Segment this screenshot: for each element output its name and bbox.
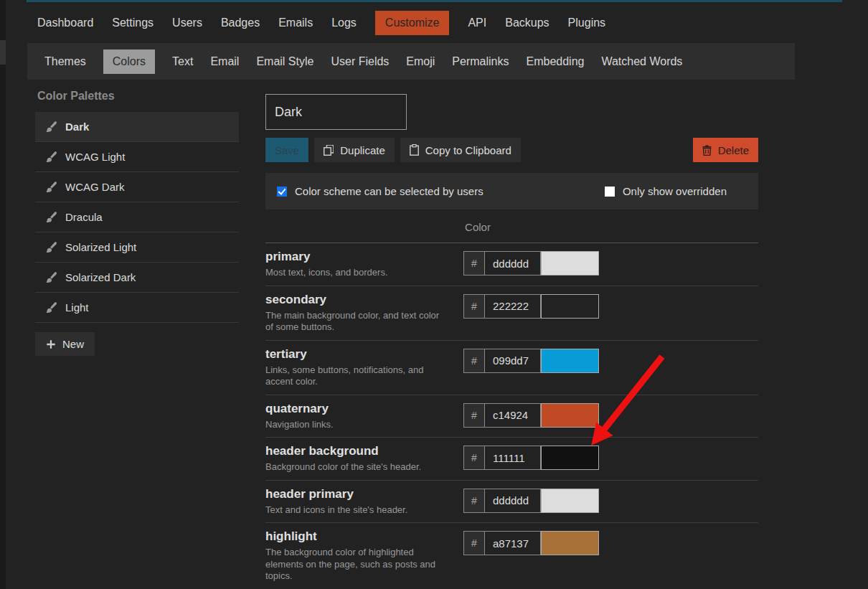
left-scrollbar-thumb[interactable]	[0, 40, 6, 65]
nav-backups[interactable]: Backups	[505, 11, 549, 35]
paintbrush-icon	[46, 212, 57, 223]
nav-plugins[interactable]: Plugins	[568, 11, 605, 35]
hex-prefix: #	[463, 294, 485, 319]
color-swatch-tertiary[interactable]	[541, 349, 599, 373]
tab-user-fields[interactable]: User Fields	[331, 55, 389, 68]
nav-users[interactable]: Users	[172, 11, 202, 35]
palette-item-light[interactable]: Light	[35, 293, 239, 323]
palette-item-wcag-light[interactable]: WCAG Light	[35, 142, 239, 172]
color-swatch-header-background[interactable]	[541, 446, 599, 470]
hex-input-tertiary[interactable]	[485, 349, 541, 373]
hex-prefix: #	[463, 403, 485, 428]
palette-item-dark[interactable]: Dark	[35, 112, 239, 142]
nav-logs[interactable]: Logs	[331, 11, 357, 35]
color-swatch-secondary[interactable]	[541, 294, 599, 319]
new-palette-button[interactable]: New	[35, 332, 95, 356]
palette-item-label: Dracula	[65, 211, 103, 223]
hex-input-quaternary[interactable]	[485, 403, 541, 428]
color-description: Text and icons in the site's header.	[265, 504, 446, 517]
nav-badges[interactable]: Badges	[221, 11, 260, 35]
color-row-secondary: secondary The main background color, and…	[265, 286, 758, 341]
paintbrush-icon	[46, 182, 57, 193]
color-name: primary	[265, 250, 446, 264]
tab-email[interactable]: Email	[210, 55, 239, 68]
color-description: Background color of the site's header.	[265, 461, 446, 473]
palette-item-solarized-light[interactable]: Solarized Light	[35, 232, 239, 263]
tab-themes[interactable]: Themes	[44, 55, 86, 68]
tab-watched-words[interactable]: Watched Words	[601, 55, 682, 68]
color-description: Navigation links.	[265, 419, 446, 431]
palette-item-dracula[interactable]: Dracula	[35, 202, 239, 232]
color-swatch-quaternary[interactable]	[541, 403, 599, 428]
admin-top-nav: Dashboard Settings Users Badges Emails L…	[37, 11, 605, 35]
tab-text[interactable]: Text	[172, 55, 193, 68]
palette-item-label: Solarized Dark	[65, 271, 136, 283]
hex-input-highlight[interactable]	[485, 531, 541, 555]
palette-item-label: WCAG Light	[65, 151, 125, 163]
hex-input-header-primary[interactable]	[485, 489, 541, 513]
palette-item-wcag-dark[interactable]: WCAG Dark	[35, 172, 239, 202]
paintbrush-icon	[46, 121, 57, 133]
tab-permalinks[interactable]: Permalinks	[452, 55, 509, 68]
color-name: quaternary	[265, 402, 446, 416]
palette-name-input[interactable]	[265, 94, 407, 130]
left-scrollbar-track	[0, 0, 6, 589]
paintbrush-icon	[46, 272, 57, 283]
color-column-header: Color	[463, 221, 492, 233]
paintbrush-icon	[46, 242, 57, 253]
selectable-by-users-label: Color scheme can be selected by users	[295, 185, 483, 197]
clipboard-icon	[410, 144, 419, 156]
nav-settings[interactable]: Settings	[112, 11, 154, 35]
color-row-header-background: header background Background color of th…	[265, 438, 758, 481]
palette-sidebar-title: Color Palettes	[35, 90, 239, 103]
hex-input-header-background[interactable]	[485, 446, 541, 470]
customize-sub-nav: Themes Colors Text Email Email Style Use…	[27, 43, 795, 80]
palette-list: Dark WCAG Light WCAG Dark Dracula Solari…	[35, 112, 239, 323]
hex-prefix: #	[463, 446, 485, 470]
tab-embedding[interactable]: Embedding	[526, 55, 584, 68]
color-row-header-primary: header primary Text and icons in the sit…	[265, 481, 758, 524]
trash-icon	[702, 145, 712, 156]
only-show-overridden-option[interactable]: Only show overridden	[605, 185, 727, 197]
only-show-overridden-checkbox[interactable]	[605, 187, 615, 197]
hex-prefix: #	[463, 489, 485, 513]
palette-item-label: Solarized Light	[65, 241, 136, 253]
color-name: header background	[265, 444, 446, 458]
color-description: Links, some buttons, notifications, and …	[265, 364, 446, 388]
color-description: The main background color, and text colo…	[265, 310, 446, 334]
color-description: The background color of highlighted elem…	[265, 547, 446, 583]
save-button[interactable]: Save	[265, 138, 308, 162]
nav-customize[interactable]: Customize	[375, 11, 450, 35]
hex-prefix: #	[463, 531, 485, 555]
color-swatch-primary[interactable]	[541, 251, 599, 275]
copy-to-clipboard-button[interactable]: Copy to Clipboard	[400, 138, 521, 162]
paintbrush-icon	[46, 151, 57, 163]
palette-item-solarized-dark[interactable]: Solarized Dark	[35, 263, 239, 293]
selectable-by-users-checkbox[interactable]	[277, 187, 287, 197]
color-description: Most text, icons, and borders.	[265, 267, 446, 279]
nav-api[interactable]: API	[468, 11, 486, 35]
hex-prefix: #	[463, 251, 485, 275]
selectable-by-users-option[interactable]: Color scheme can be selected by users	[277, 185, 483, 197]
copy-to-clipboard-label: Copy to Clipboard	[425, 144, 511, 156]
tab-colors[interactable]: Colors	[103, 50, 155, 74]
duplicate-button[interactable]: Duplicate	[314, 138, 395, 162]
hex-input-primary[interactable]	[485, 251, 541, 275]
tab-emoji[interactable]: Emoji	[406, 55, 435, 68]
color-swatch-header-primary[interactable]	[541, 489, 599, 513]
palette-sidebar: Color Palettes Dark WCAG Light WCAG Dark…	[35, 90, 239, 356]
color-table-header: Color	[265, 211, 758, 243]
nav-dashboard[interactable]: Dashboard	[37, 11, 93, 35]
tab-email-style[interactable]: Email Style	[256, 55, 313, 68]
palette-item-label: WCAG Dark	[65, 181, 125, 193]
editor-toolbar: Save Duplicate Copy to Clipboard Delete	[265, 138, 758, 162]
copy-icon	[324, 145, 334, 156]
delete-button[interactable]: Delete	[693, 138, 758, 162]
delete-label: Delete	[718, 144, 749, 156]
color-swatch-highlight[interactable]	[541, 531, 599, 555]
nav-emails[interactable]: Emails	[278, 11, 313, 35]
top-accent-line	[27, 0, 842, 2]
hex-input-secondary[interactable]	[485, 294, 541, 319]
palette-editor: Save Duplicate Copy to Clipboard Delete	[265, 94, 758, 589]
hex-prefix: #	[463, 349, 485, 373]
